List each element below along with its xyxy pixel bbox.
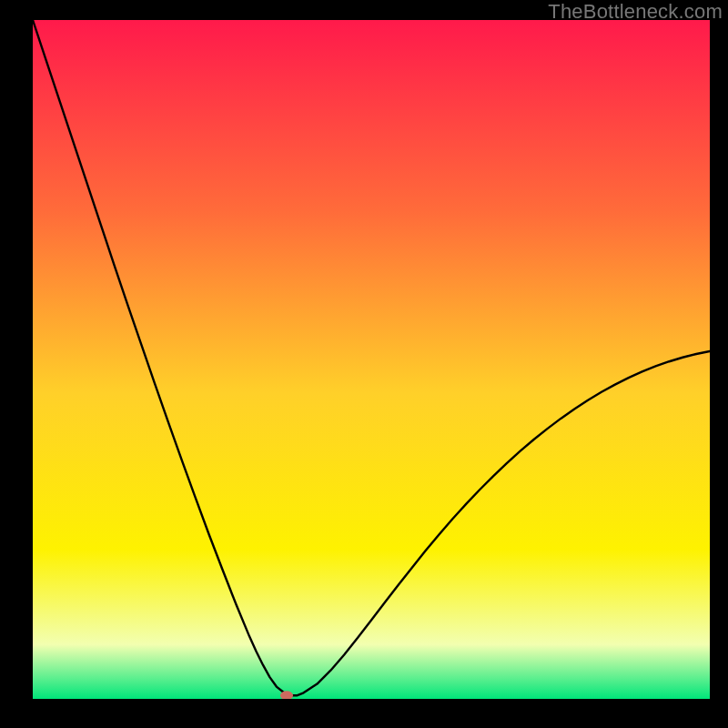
gradient-background [33,20,710,699]
bottleneck-chart [33,20,710,699]
chart-frame: TheBottleneck.com [0,0,728,728]
watermark-text: TheBottleneck.com [548,0,723,24]
